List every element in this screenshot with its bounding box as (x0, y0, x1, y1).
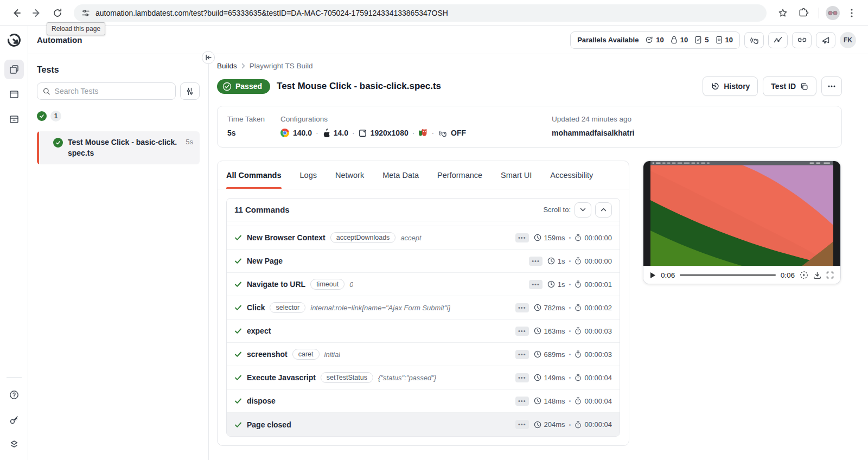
command-check-icon (234, 421, 242, 429)
command-check-icon (234, 374, 242, 381)
meta-dot: • (569, 328, 571, 334)
meta-dot: • (569, 281, 571, 288)
ellipsis-icon (828, 85, 835, 87)
video-screen[interactable] (643, 161, 840, 266)
collapse-panel-button[interactable] (202, 51, 215, 64)
url-text[interactable]: automation.lambdatest.com/test?build=653… (95, 9, 448, 17)
browser-toolbar: automation.lambdatest.com/test?build=653… (0, 0, 868, 26)
share-link-button[interactable] (792, 32, 812, 48)
command-row[interactable]: New Page ••• 1s (227, 250, 620, 273)
forward-button[interactable] (28, 4, 46, 22)
tab[interactable]: Meta Data (382, 161, 419, 189)
command-row[interactable]: New Browser Context acceptDownloads acce… (227, 226, 620, 250)
meta-dot: • (569, 234, 571, 241)
tab-bar: All Commands Logs Network Meta Data Perf… (218, 161, 629, 189)
linux-icon (671, 36, 678, 44)
tab[interactable]: Accessibility (550, 161, 593, 189)
user-avatar[interactable]: FK (840, 32, 856, 48)
more-actions-button[interactable] (821, 76, 842, 96)
history-button[interactable]: History (703, 76, 758, 96)
playback-speed-button[interactable] (800, 271, 808, 279)
command-more-button[interactable]: ••• (515, 303, 529, 312)
command-more-button[interactable]: ••• (529, 257, 542, 266)
rail-item-help[interactable] (4, 385, 24, 405)
commands-count: 11 Commands (234, 205, 290, 214)
config-separator: · (412, 129, 415, 137)
command-row[interactable]: Page closed ••• 204ms (227, 413, 620, 436)
tab[interactable]: Performance (437, 161, 482, 189)
tab[interactable]: Network (335, 161, 364, 189)
tab[interactable]: All Commands (226, 161, 282, 189)
browser-profile-avatar[interactable] (826, 6, 840, 20)
fullscreen-button[interactable] (826, 271, 834, 279)
reload-button[interactable] (49, 4, 66, 22)
play-button[interactable] (650, 272, 656, 279)
command-param-pill: timeout (310, 279, 344, 290)
test-list-item[interactable]: Test Mouse Click - basic-click.spec.ts 5… (37, 131, 200, 164)
command-row[interactable]: dispose ••• 148ms (227, 389, 620, 413)
command-value: {"status":"passed"} (378, 374, 436, 382)
apple-icon (322, 129, 330, 137)
app-body: Tests 1 (28, 54, 868, 460)
back-button[interactable] (8, 4, 25, 22)
command-row[interactable]: Navigate to URL timeout 0 ••• 1s (227, 273, 620, 296)
scroll-up-button[interactable] (595, 202, 612, 218)
stopwatch-icon (575, 327, 582, 335)
clock-icon (534, 234, 541, 241)
breadcrumb-build-name[interactable]: Playwright TS Build (250, 62, 313, 70)
rail-item-builds[interactable] (4, 60, 24, 79)
tab[interactable]: Smart UI (501, 161, 532, 189)
command-more-button[interactable]: ••• (515, 373, 529, 382)
updated-by: mohammadfaisalkhatri (552, 129, 635, 137)
command-row[interactable]: Click selector internal:role=link[name="… (227, 296, 620, 320)
tab[interactable]: Logs (300, 161, 317, 189)
search-tests-box[interactable] (37, 82, 176, 100)
lambdatest-logo[interactable] (7, 33, 22, 48)
passed-filter-icon[interactable] (37, 111, 47, 121)
gesture-button[interactable] (744, 32, 764, 48)
command-more-button[interactable]: ••• (515, 397, 529, 406)
chevron-right-icon (241, 63, 245, 69)
config-separator: · (352, 129, 355, 137)
star-icon (778, 8, 788, 18)
command-more-button[interactable]: ••• (515, 327, 529, 336)
bookmark-button[interactable] (774, 4, 792, 22)
breadcrumb-builds[interactable]: Builds (217, 62, 237, 70)
announcements-button[interactable] (816, 32, 835, 48)
time-taken-value: 5s (227, 129, 280, 137)
command-more-button[interactable]: ••• (515, 233, 529, 242)
command-name: dispose (247, 397, 276, 405)
meta-dot: • (569, 258, 571, 264)
search-tests-input[interactable] (55, 87, 170, 95)
scroll-down-button[interactable] (575, 202, 591, 218)
test-title: Test Mouse Click - basic-click.spec.ts (277, 81, 441, 92)
rail-item-sessions[interactable] (4, 85, 24, 104)
test-info-card: Time Taken 5s Configurations 140.0 · 14.… (217, 106, 842, 148)
extensions-button[interactable] (795, 4, 812, 22)
command-row[interactable]: Execute Javascript setTestStatus {"statu… (227, 366, 620, 389)
filter-tests-button[interactable] (180, 82, 200, 100)
command-more-button[interactable]: ••• (515, 420, 529, 429)
rail-item-access-key[interactable] (4, 410, 24, 430)
rail-item-archive[interactable] (4, 110, 24, 129)
chrome-menu-button[interactable] (843, 4, 860, 22)
trend-line-icon (774, 36, 782, 44)
video-progress-bar[interactable] (680, 274, 775, 276)
command-row[interactable]: expect ••• 163ms (227, 320, 620, 343)
url-bar[interactable]: automation.lambdatest.com/test?build=653… (74, 4, 767, 22)
command-row[interactable]: screenshot caret initial ••• 689ms (227, 343, 620, 366)
site-settings-icon[interactable] (81, 9, 90, 17)
analytics-button[interactable] (768, 32, 788, 48)
reload-icon (53, 8, 62, 18)
command-param-pill: caret (292, 349, 320, 360)
rail-item-integrations[interactable] (4, 435, 24, 455)
command-value: initial (324, 350, 341, 359)
test-id-button[interactable]: Test ID (763, 76, 816, 96)
playwright-icon (418, 129, 427, 137)
download-button[interactable] (813, 271, 821, 279)
command-name: New Browser Context (247, 233, 326, 242)
passed-count-badge[interactable]: 1 (50, 111, 61, 122)
command-more-button[interactable]: ••• (529, 280, 542, 289)
clock-icon (534, 350, 541, 358)
command-more-button[interactable]: ••• (515, 350, 529, 359)
